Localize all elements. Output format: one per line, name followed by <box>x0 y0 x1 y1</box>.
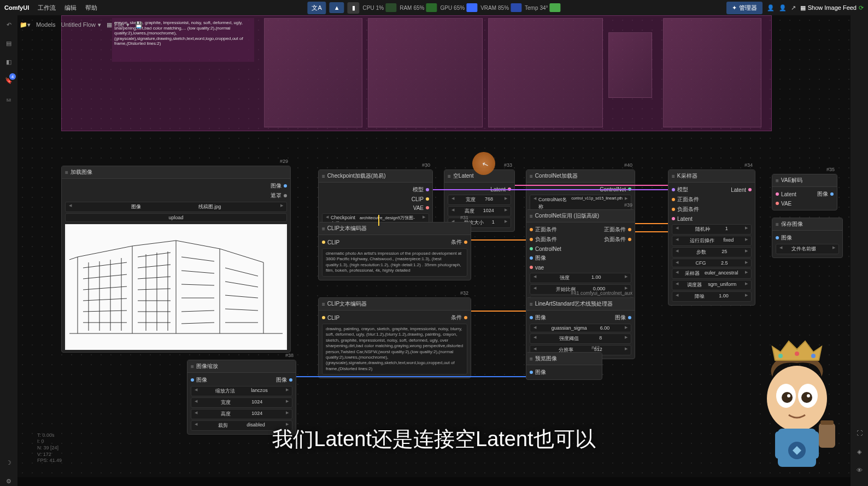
bookmark-button[interactable]: ▮ <box>348 2 360 14</box>
folder-icon[interactable]: 📁▾ <box>20 21 31 28</box>
moon-icon[interactable]: ☽ <box>4 458 14 467</box>
node-ksampler[interactable]: #34 K采样器 模型Latent 正面条件 负面条件 Latent 随机种1 … <box>668 169 755 306</box>
node-vae-decode[interactable]: #35 VAE解码 Latent图像 VAE <box>772 174 837 210</box>
style-button[interactable]: ▲ <box>330 2 344 13</box>
menu-edit[interactable]: 编辑 <box>64 4 77 12</box>
manager-button[interactable]: ✦管理器 <box>726 2 763 14</box>
settings-icon[interactable]: ⚙ <box>4 476 14 486</box>
output-image[interactable]: 图像 <box>817 190 834 198</box>
text-input[interactable]: drawing, painting, crayon, sketch, graph… <box>322 324 467 374</box>
undo-icon[interactable]: ↶ <box>4 20 14 30</box>
node-lineart[interactable]: #41 comfyui_controlnet_aux LineArtStanda… <box>526 297 635 359</box>
widget-width[interactable]: 宽度768 <box>448 195 511 205</box>
node-header[interactable]: 加载图像 <box>62 166 290 179</box>
input-image[interactable]: 图像 <box>191 376 207 384</box>
image-feed-button[interactable]: ▦Show Image Feed⟳ <box>800 4 864 11</box>
input-latent[interactable]: Latent <box>776 191 796 197</box>
node-save-image[interactable]: 保存图像 图像 文件名前缀 <box>772 218 843 258</box>
widget-h[interactable]: 高度1024 <box>191 409 292 419</box>
output-vae[interactable]: VAE <box>413 205 429 211</box>
node-header[interactable]: Checkpoint加载器(简易) <box>319 170 432 183</box>
widget-w[interactable]: 宽度1024 <box>191 397 292 408</box>
node-header[interactable]: ControlNet加载器 <box>526 170 635 183</box>
node-header[interactable]: 预览图像 <box>526 353 602 365</box>
input-neg[interactable]: 负面条件 <box>672 206 699 213</box>
output-model[interactable]: 模型 <box>413 186 429 194</box>
input-image[interactable]: 图像 <box>530 368 546 376</box>
hierarchy-icon[interactable]: ⚍ <box>4 94 14 104</box>
file-menu[interactable]: ▦ File ▾ <box>107 21 130 28</box>
input-pos[interactable]: 正面条件 <box>672 196 699 203</box>
output-clip[interactable]: CLIP <box>412 196 429 202</box>
input-vae[interactable]: VAE <box>776 201 791 207</box>
menu-help[interactable]: 帮助 <box>85 4 97 12</box>
output-cnet[interactable]: ControlNet <box>600 186 631 192</box>
widget-sigma[interactable]: guassian_sigma6.00 <box>530 324 631 332</box>
cube-icon[interactable]: ◧ <box>4 57 14 67</box>
node-scale[interactable]: #38 图像缩放 图像图像 缩放方法lanczos 宽度1024 高度1024 … <box>187 360 296 435</box>
node-header[interactable]: VAE解码 <box>772 174 837 187</box>
widget-cfg[interactable]: CFG2.5 <box>672 259 752 267</box>
input-image[interactable]: 图像 <box>530 254 546 262</box>
widget-prefix[interactable]: 文件名前缀 <box>776 244 839 254</box>
node-load-image[interactable]: #29 加载图像 图像 遮罩 图像线稿图.jpg upload <box>61 166 291 353</box>
node-header[interactable]: CLIP文本编码器 <box>319 298 471 311</box>
locate-icon[interactable]: ◈ <box>854 447 864 456</box>
output-image[interactable]: 图像 <box>276 376 292 384</box>
output-pos[interactable]: 正面条件 <box>604 226 631 233</box>
output-image[interactable]: 图像 <box>271 182 287 190</box>
text-input[interactable]: cinematic photo An artist's impression o… <box>322 248 467 277</box>
widget-height[interactable]: 高度1024 <box>448 206 511 216</box>
widget-after[interactable]: 运行后操作fixed <box>672 236 752 246</box>
list-icon[interactable]: ▤ <box>4 38 14 48</box>
node-clip-neg[interactable]: #32 CLIP文本编码器 CLIP条件 drawing, painting, … <box>318 297 471 378</box>
output-cond[interactable]: 条件 <box>451 238 467 246</box>
upload-button[interactable]: upload <box>65 213 287 222</box>
widget-steps[interactable]: 步数25 <box>672 247 752 257</box>
input-clip[interactable]: CLIP <box>322 239 339 245</box>
input-vae[interactable]: vae <box>530 265 544 271</box>
output-mask[interactable]: 遮罩 <box>271 192 287 200</box>
input-neg[interactable]: 负面条件 <box>530 236 557 243</box>
person2-icon[interactable]: 👤 <box>779 4 787 11</box>
input-clip[interactable]: CLIP <box>322 315 339 321</box>
output-neg[interactable]: 负面条件 <box>604 236 631 243</box>
node-header[interactable]: 保存图像 <box>772 218 842 231</box>
node-header[interactable]: 图像缩放 <box>187 360 296 373</box>
menu-workflow[interactable]: 工作流 <box>38 4 56 12</box>
group-region[interactable]: crayon, sketch, graphite, impressionist,… <box>61 15 772 131</box>
input-pos[interactable]: 正面条件 <box>530 226 557 233</box>
eye-icon[interactable]: 👁 <box>854 465 864 475</box>
canvas[interactable]: crayon, sketch, graphite, impressionist,… <box>17 15 851 477</box>
expand-icon[interactable]: ⛶ <box>854 428 864 438</box>
node-preview[interactable]: #42 预览图像 图像 <box>526 352 602 380</box>
input-cnet[interactable]: ControlNet <box>530 246 561 252</box>
input-image[interactable]: 图像 <box>776 234 792 242</box>
output-latent[interactable]: Latent <box>731 187 752 193</box>
widget-strength[interactable]: 强度1.00 <box>530 273 631 283</box>
widget-scheduler[interactable]: 调度器sgm_uniform <box>672 280 752 290</box>
output-latent[interactable]: Latent <box>490 186 511 192</box>
widget-thresh[interactable]: 强度阈值8 <box>530 333 631 344</box>
node-header[interactable]: CLIP文本编码器 <box>319 222 471 235</box>
input-model[interactable]: 模型 <box>672 186 688 194</box>
person-icon[interactable]: 👤 <box>767 4 775 11</box>
input-image[interactable]: 图像 <box>530 314 546 321</box>
widget-image[interactable]: 图像线稿图.jpg <box>65 202 287 212</box>
share-icon[interactable]: ↗ <box>791 4 796 11</box>
models-crumb[interactable]: Models <box>36 21 55 28</box>
node-header[interactable]: K采样器 <box>668 170 755 183</box>
input-latent[interactable]: Latent <box>672 216 693 222</box>
widget-sampler[interactable]: 采样器euler_ancestral <box>672 268 752 279</box>
translate-button[interactable]: 文A <box>307 2 326 14</box>
output-image[interactable]: 图像 <box>615 314 631 321</box>
save-icon[interactable]: 💾 <box>135 21 143 28</box>
widget-method[interactable]: 缩放方法lanczos <box>191 386 292 396</box>
node-clip-pos[interactable]: #31 CLIP文本编码器 CLIP条件 cinematic photo An … <box>318 222 471 280</box>
output-cond[interactable]: 条件 <box>451 314 467 321</box>
flow-name[interactable]: Untitled Flow ▾ <box>61 21 101 28</box>
bookmark-side-icon[interactable]: 🔖4 <box>4 75 14 85</box>
widget-seed[interactable]: 随机种1 <box>672 224 752 235</box>
node-header[interactable]: LineArtStandard艺术线预处理器 <box>526 298 635 311</box>
widget-denoise[interactable]: 降噪1.00 <box>672 291 752 302</box>
